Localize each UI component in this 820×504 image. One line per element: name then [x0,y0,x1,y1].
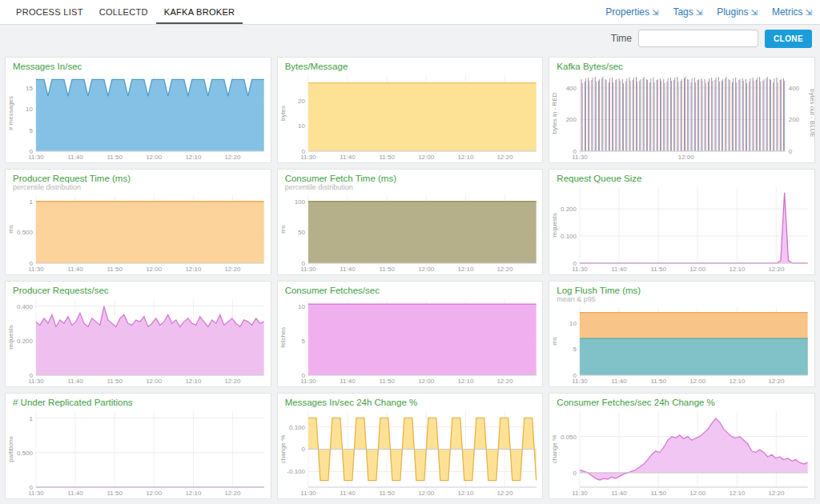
svg-text:11:40: 11:40 [340,378,356,385]
svg-text:11:30: 11:30 [28,490,44,497]
tab-process-list[interactable]: PROCESS LIST [8,0,91,24]
svg-text:0.500: 0.500 [17,450,34,457]
svg-text:-0.100: -0.100 [287,468,305,475]
svg-text:12:00: 12:00 [146,378,163,385]
chart-subtitle: percentile distribution [285,183,536,191]
svg-text:12:20: 12:20 [224,266,241,273]
chart-panel-log-flush-time: Log Flush Time (ms) mean & p95 051011:30… [549,281,815,387]
chart-panel-request-queue-size: Request Queue Size 00.1000.20011:3011:40… [549,169,815,275]
svg-text:requests: requests [7,325,14,350]
svg-text:11:30: 11:30 [573,378,589,385]
svg-text:11:40: 11:40 [67,378,83,385]
producer-requests-sec-chart[interactable]: 00.2000.40011:3011:4011:5012:0012:1012:2… [6,295,271,386]
svg-text:11:40: 11:40 [67,266,83,273]
svg-text:12:00: 12:00 [689,378,706,385]
svg-text:11:50: 11:50 [379,378,395,385]
consumer-fetches-sec-chart[interactable]: 051011:3011:4011:5012:0012:1012:20fetche… [278,295,543,386]
svg-text:11:30: 11:30 [300,266,316,273]
svg-text:12:20: 12:20 [496,490,513,497]
tags-label: Tags [673,6,693,18]
messages-in-24h-change-chart[interactable]: -0.10000.10011:3011:4011:5012:0012:1012:… [278,407,543,498]
svg-text:12:10: 12:10 [730,378,746,385]
request-queue-size-chart[interactable]: 00.1000.20011:3011:4011:5012:0012:1012:2… [549,183,814,274]
chart-panel-messages-in-24h-change: Messages In/sec 24h Change % -0.10000.10… [277,393,544,499]
svg-text:12:20: 12:20 [769,490,786,497]
kafka-bytes-sec-chart[interactable]: 0200400020040011:3012:00bytes in - REDby… [549,71,814,162]
svg-text:12:10: 12:10 [185,266,202,273]
clone-button[interactable]: CLONE [765,30,812,48]
log-flush-time-chart[interactable]: 051011:3011:4011:5012:0012:1012:20ms [549,303,814,386]
chart-subtitle: mean & p95 [557,295,807,303]
svg-text:ms: ms [279,225,287,234]
svg-text:400: 400 [566,85,577,92]
svg-text:5: 5 [301,338,305,345]
svg-text:11:50: 11:50 [107,378,123,385]
svg-text:fetches: fetches [279,327,287,348]
chart-title: Messages In/sec 24h Change % [285,398,536,407]
svg-text:5: 5 [30,127,34,134]
svg-text:200: 200 [789,116,800,123]
svg-text:bytes out - BLUE: bytes out - BLUE [809,89,814,137]
properties-icon: ⇲ [652,8,658,17]
consumer-fetches-24h-change-chart[interactable]: 00.05011:3011:4011:5012:0012:1012:20chan… [549,407,814,498]
nav-link-plugins[interactable]: Plugins⇲ [717,6,758,18]
properties-label: Properties [605,6,649,18]
svg-text:12:20: 12:20 [496,266,513,273]
svg-text:change %: change % [551,435,558,464]
svg-text:0.100: 0.100 [289,424,306,431]
svg-text:12:00: 12:00 [418,266,435,273]
svg-text:11:30: 11:30 [300,490,316,497]
nav-link-tags[interactable]: Tags⇲ [673,6,702,18]
tab-bar: PROCESS LIST COLLECTD KAFKA BROKER [8,0,243,24]
svg-text:11:40: 11:40 [67,490,83,497]
consumer-fetch-time-chart[interactable]: 05010011:3011:4011:5012:0012:1012:20ms [278,191,543,274]
svg-text:0.400: 0.400 [17,303,34,310]
chart-panel-kafka-bytes-sec: Kafka Bytes/sec 0200400020040011:3012:00… [549,57,815,163]
svg-text:bytes: bytes [279,106,287,121]
svg-text:12:20: 12:20 [224,490,241,497]
svg-text:12:00: 12:00 [418,490,435,497]
chart-panel-producer-request-time: Producer Request Time (ms) percentile di… [5,169,271,275]
svg-text:10: 10 [298,303,305,310]
plugins-label: Plugins [717,6,748,18]
svg-text:11:50: 11:50 [651,490,667,497]
svg-text:12:10: 12:10 [457,378,474,385]
chart-title: Kafka Bytes/sec [557,62,807,71]
tab-kafka-broker[interactable]: KAFKA BROKER [156,0,243,24]
svg-text:1: 1 [30,415,34,422]
tab-collectd[interactable]: COLLECTD [91,0,156,24]
svg-text:12:10: 12:10 [730,266,746,273]
chart-grid: Messages In/sec 05101511:3011:4011:5012:… [0,52,820,504]
messages-in-sec-chart[interactable]: 05101511:3011:4011:5012:0012:1012:20# me… [6,71,271,162]
svg-text:11:40: 11:40 [340,490,356,497]
nav-link-properties[interactable]: Properties⇲ [605,6,658,18]
svg-text:11:50: 11:50 [107,266,123,273]
time-label: Time [611,33,632,44]
metrics-icon: ⇲ [806,8,812,17]
svg-text:11:30: 11:30 [28,154,44,161]
time-input[interactable] [638,30,758,47]
top-nav: PROCESS LIST COLLECTD KAFKA BROKER Prope… [0,0,820,25]
svg-text:11:40: 11:40 [340,154,356,161]
svg-text:11:50: 11:50 [107,154,123,161]
svg-text:change %: change % [279,435,287,464]
chart-panel-consumer-fetch-time: Consumer Fetch Time (ms) percentile dist… [277,169,544,275]
svg-text:11:40: 11:40 [67,154,83,161]
producer-request-time-chart[interactable]: 00.500111:3011:4011:5012:0012:1012:20ms [6,191,271,274]
bytes-per-message-chart[interactable]: 0102011:3011:4011:5012:0012:1012:20bytes [278,71,543,162]
svg-text:12:00: 12:00 [418,378,435,385]
chart-panel-messages-in-sec: Messages In/sec 05101511:3011:4011:5012:… [5,57,271,163]
svg-text:12:20: 12:20 [224,378,241,385]
under-replicated-partitions-chart[interactable]: 00.500111:3011:4011:5012:0012:1012:20par… [6,407,271,498]
svg-text:15: 15 [26,85,33,92]
svg-text:12:20: 12:20 [769,266,786,273]
chart-title: Consumer Fetch Time (ms) [285,174,536,183]
svg-text:400: 400 [789,85,800,92]
nav-link-metrics[interactable]: Metrics⇲ [772,6,812,18]
chart-title: Consumer Fetches/sec [285,286,536,295]
svg-text:12:20: 12:20 [496,154,513,161]
svg-text:11:50: 11:50 [107,490,123,497]
svg-text:12:20: 12:20 [496,378,513,385]
svg-text:0.500: 0.500 [17,229,34,236]
chart-title: # Under Replicated Partitions [13,398,263,407]
